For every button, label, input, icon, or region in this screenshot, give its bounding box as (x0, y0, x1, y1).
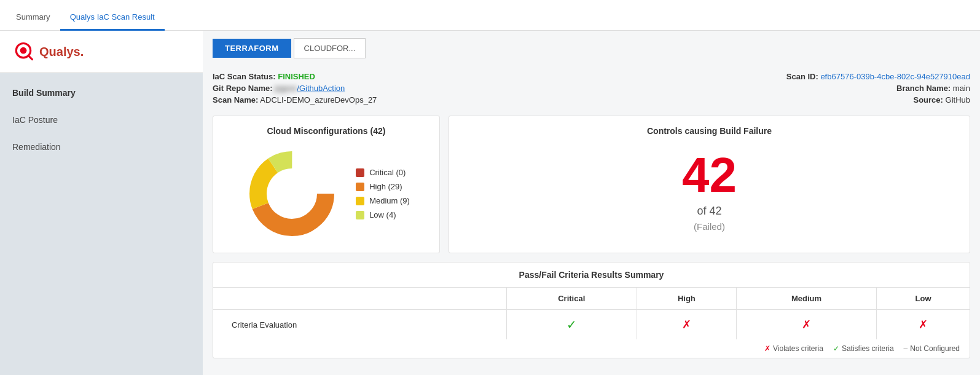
content-area: TERRAFORM CLOUDFOR... IaC Scan Status: F… (203, 31, 980, 375)
branch-value: main (953, 84, 970, 93)
check-icon: ✓ (566, 318, 577, 331)
scan-status: IaC Scan Status: FINISHED (213, 72, 315, 81)
misconfig-card-title: Cloud Misconfigurations (42) (223, 126, 429, 136)
toolbar: TERRAFORM CLOUDFOR... (203, 31, 980, 66)
tab-qualys-iac[interactable]: Qualys IaC Scan Result (60, 5, 165, 31)
legend-violates: ✗ Violates criteria (764, 344, 823, 353)
scan-status-label: IaC Scan Status: (213, 72, 276, 81)
build-failure-title: Controls causing Build Failure (459, 126, 960, 136)
scan-status-value: FINISHED (278, 72, 315, 81)
svg-line-2 (28, 55, 32, 59)
col-header-low: Low (877, 288, 970, 310)
logo-dot: . (80, 45, 84, 59)
build-failure-content: 42 of 42 (Failed) (459, 144, 960, 238)
scan-info-row-1: IaC Scan Status: FINISHED Scan ID: efb67… (213, 72, 970, 81)
main-layout: Qualys. Build Summary IaC Posture Remedi… (0, 31, 980, 375)
x-icon-high: ✗ (682, 318, 691, 331)
table-header-row: Critical High Medium Low (213, 288, 970, 310)
sidebar-item-remediation[interactable]: Remediation (0, 133, 203, 160)
legend-critical: Critical (0) (356, 168, 410, 177)
passfail-table: Critical High Medium Low Criteria Evalua… (213, 288, 970, 339)
not-configured-label: Not Configured (910, 344, 960, 353)
legend-label-low: Low (4) (369, 210, 396, 219)
legend-satisfies: ✓ Satisfies criteria (833, 344, 894, 353)
col-header-high: High (637, 288, 736, 310)
svg-point-1 (20, 47, 27, 54)
git-repo-label: Git Repo Name: (213, 84, 273, 93)
satisfies-icon: ✓ (833, 344, 839, 353)
donut-chart (243, 144, 341, 243)
scan-info-row-2: Git Repo Name: jxgxxx/GithubAction Branc… (213, 84, 970, 93)
scan-info-section: IaC Scan Status: FINISHED Scan ID: efb67… (203, 66, 980, 116)
passfail-section: Pass/Fail Criteria Results Summary Criti… (203, 262, 980, 368)
failure-of: of 42 (697, 205, 721, 218)
sidebar-nav: Build Summary IaC Posture Remediation (0, 73, 203, 167)
col-header-medium: Medium (736, 288, 876, 310)
scan-name-item: Scan Name: ADCLI-DEMO_azureDevOps_27 (213, 95, 377, 105)
donut-container: Critical (0) High (29) Medium (9) L (223, 144, 429, 243)
violates-icon: ✗ (764, 344, 770, 353)
legend-dot-critical (356, 168, 364, 177)
failure-status: (Failed) (694, 221, 725, 232)
row-critical: ✓ (506, 310, 637, 340)
passfail-title: Pass/Fail Criteria Results Summary (213, 262, 970, 288)
row-label: Criteria Evaluation (213, 310, 506, 340)
x-icon-low: ✗ (919, 318, 928, 331)
scan-id-label: Scan ID: (786, 72, 818, 81)
source-item: Source: GitHub (914, 95, 971, 105)
sidebar: Qualys. Build Summary IaC Posture Remedi… (0, 31, 203, 375)
source-value: GitHub (946, 95, 970, 105)
git-repo-blurred: jxgxxx (275, 84, 297, 93)
misconfig-card: Cloud Misconfigurations (42) (213, 116, 440, 253)
col-header-empty (213, 288, 506, 310)
build-failure-card: Controls causing Build Failure 42 of 42 … (449, 116, 970, 253)
passfail-card: Pass/Fail Criteria Results Summary Criti… (213, 262, 970, 358)
legend-dot-medium (356, 197, 364, 205)
table-row: Criteria Evaluation ✓ ✗ ✗ ✗ (213, 310, 970, 340)
row-medium: ✗ (736, 310, 876, 340)
qualys-logo-icon (12, 41, 34, 63)
satisfies-label: Satisfies criteria (842, 344, 894, 353)
failure-count: 42 (682, 151, 737, 200)
scan-id-value: efb67576-039b-4cbe-802c-94e527910ead (820, 72, 970, 81)
sidebar-item-build-summary[interactable]: Build Summary (0, 79, 203, 106)
legend-high: High (29) (356, 182, 410, 191)
legend-dot-high (356, 183, 364, 191)
row-low: ✗ (877, 310, 970, 340)
donut-center (267, 169, 316, 218)
col-header-critical: Critical (506, 288, 637, 310)
legend-not-configured: – Not Configured (904, 344, 960, 353)
cards-row: Cloud Misconfigurations (42) (203, 116, 980, 262)
legend-dot-low (356, 211, 364, 219)
legend-label-medium: Medium (9) (369, 196, 410, 205)
legend-label-high: High (29) (369, 182, 402, 191)
cloudfor-button[interactable]: CLOUDFOR... (294, 38, 366, 58)
legend-medium: Medium (9) (356, 196, 410, 205)
legend-label-critical: Critical (0) (369, 168, 406, 177)
scan-id-item: Scan ID: efb67576-039b-4cbe-802c-94e5279… (786, 72, 970, 81)
x-icon-medium: ✗ (802, 318, 811, 331)
scan-info-row-3: Scan Name: ADCLI-DEMO_azureDevOps_27 Sou… (213, 95, 970, 105)
violates-label: Violates criteria (773, 344, 823, 353)
tab-summary[interactable]: Summary (6, 5, 60, 31)
scan-name-value: ADCLI-DEMO_azureDevOps_27 (260, 95, 377, 105)
logo-text: Qualys (39, 45, 80, 59)
row-high: ✗ (637, 310, 736, 340)
git-repo-value[interactable]: /GithubAction (297, 84, 345, 93)
source-label: Source: (914, 95, 943, 105)
terraform-button[interactable]: TERRAFORM (213, 39, 291, 58)
top-tab-bar: Summary Qualys IaC Scan Result (0, 0, 980, 31)
branch-label: Branch Name: (896, 84, 951, 93)
dash-icon: – (904, 344, 908, 353)
legend-low: Low (4) (356, 210, 410, 219)
passfail-legend-footer: ✗ Violates criteria ✓ Satisfies criteria… (213, 339, 970, 358)
sidebar-logo: Qualys. (0, 31, 203, 73)
scan-name-label: Scan Name: (213, 95, 258, 105)
donut-legend: Critical (0) High (29) Medium (9) L (356, 168, 410, 219)
git-repo-item: Git Repo Name: jxgxxx/GithubAction (213, 84, 345, 93)
sidebar-item-iac-posture[interactable]: IaC Posture (0, 106, 203, 133)
branch-item: Branch Name: main (896, 84, 970, 93)
